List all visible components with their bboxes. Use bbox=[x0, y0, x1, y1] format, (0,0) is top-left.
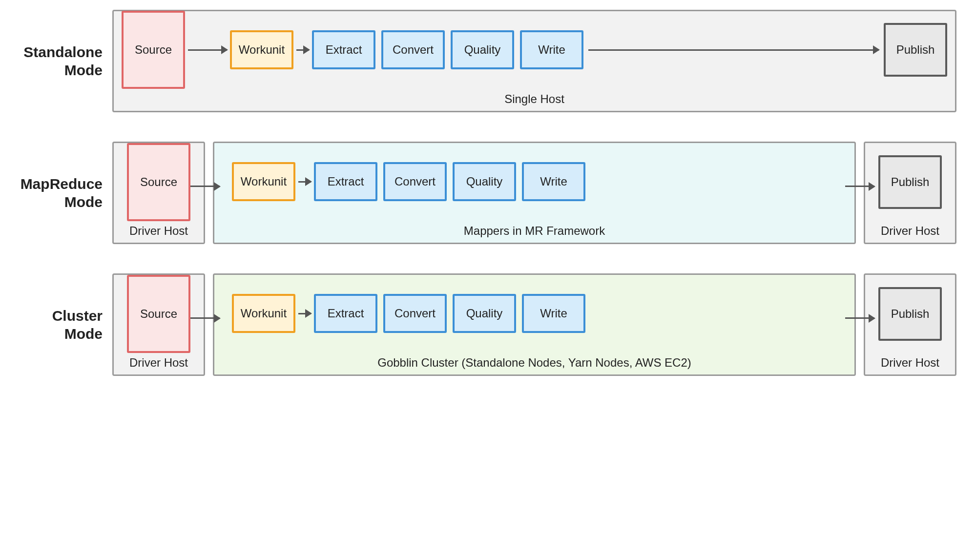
arrow-icon bbox=[588, 49, 879, 51]
stage-quality: Quality bbox=[453, 294, 516, 333]
publish-box: Publish bbox=[884, 23, 947, 77]
stage-extract: Extract bbox=[314, 162, 377, 201]
source-box: Source bbox=[122, 11, 185, 89]
arrow-icon bbox=[296, 49, 309, 51]
stage-extract: Extract bbox=[312, 30, 375, 69]
mappers-container: Workunit Extract Convert Quality Write M… bbox=[213, 142, 856, 244]
driver-host-left: Source Driver Host bbox=[112, 142, 205, 244]
container-caption: Mappers in MR Framework bbox=[214, 224, 854, 238]
stage-convert: Convert bbox=[383, 294, 447, 333]
container-single-host: Source Workunit Extract Convert Quality … bbox=[112, 10, 956, 112]
arrow-icon bbox=[298, 181, 311, 183]
stage-write: Write bbox=[522, 294, 585, 333]
row-cluster: Cluster Mode Source Driver Host Workunit… bbox=[20, 273, 956, 376]
driver-host-left: Source Driver Host bbox=[112, 273, 205, 376]
publish-box: Publish bbox=[878, 155, 942, 209]
mode-label-mapreduce: MapReduce Mode bbox=[20, 175, 112, 211]
mode-label-standalone: Standalone Mode bbox=[20, 43, 112, 80]
container-caption: Single Host bbox=[114, 92, 955, 106]
row-standalone: Standalone Mode Source Workunit Extract … bbox=[20, 10, 956, 112]
stage-quality: Quality bbox=[453, 162, 516, 201]
arrow-icon bbox=[298, 313, 311, 314]
stage-write: Write bbox=[520, 30, 583, 69]
driver-host-right: Publish Driver Host bbox=[864, 142, 956, 244]
container-caption: Driver Host bbox=[865, 224, 955, 238]
gobblin-cluster-container: Workunit Extract Convert Quality Write G… bbox=[213, 273, 856, 376]
stage-quality: Quality bbox=[451, 30, 514, 69]
stage-convert: Convert bbox=[381, 30, 445, 69]
container-caption: Driver Host bbox=[114, 356, 204, 370]
stage-extract: Extract bbox=[314, 294, 377, 333]
container-caption: Gobblin Cluster (Standalone Nodes, Yarn … bbox=[214, 356, 854, 370]
diagram-canvas: Standalone Mode Source Workunit Extract … bbox=[0, 0, 976, 560]
workunit-box: Workunit bbox=[232, 162, 295, 201]
arrow-icon bbox=[845, 317, 874, 319]
source-box: Source bbox=[127, 143, 190, 221]
publish-box: Publish bbox=[878, 287, 942, 341]
row-mapreduce: MapReduce Mode Source Driver Host Workun… bbox=[20, 142, 956, 244]
arrow-icon bbox=[188, 49, 227, 51]
driver-host-right: Publish Driver Host bbox=[864, 273, 956, 376]
workunit-box: Workunit bbox=[230, 30, 293, 69]
arrow-icon bbox=[190, 317, 220, 319]
mode-label-cluster: Cluster Mode bbox=[20, 307, 112, 343]
arrow-icon bbox=[190, 186, 220, 187]
workunit-box: Workunit bbox=[232, 294, 295, 333]
container-caption: Driver Host bbox=[114, 224, 204, 238]
arrow-icon bbox=[845, 186, 874, 187]
stage-convert: Convert bbox=[383, 162, 447, 201]
source-box: Source bbox=[127, 275, 190, 353]
stage-write: Write bbox=[522, 162, 585, 201]
container-caption: Driver Host bbox=[865, 356, 955, 370]
